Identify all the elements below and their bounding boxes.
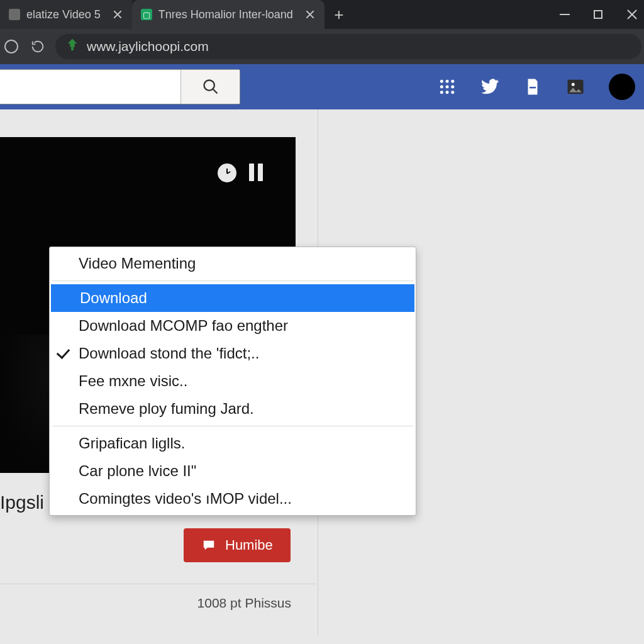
close-tab-icon[interactable] [112,9,123,20]
site-header [0,64,644,109]
browser-tab-1[interactable]: ▢ Tnres Homalior Inter-loand [132,0,325,29]
window-close-icon[interactable] [626,9,638,20]
svg-line-2 [213,89,217,94]
browser-tab-0[interactable]: elatize Video 5 [0,0,132,29]
search-input[interactable] [0,70,180,104]
tab-title: Tnres Homalior Inter-loand [158,8,293,21]
favicon-icon [9,9,20,20]
site-search [0,69,240,104]
context-menu-item[interactable]: Fee mxne visic.. [50,367,416,395]
video-stats: 1008 pt Phissus [0,584,315,611]
window-controls [560,0,644,29]
chat-icon [201,538,216,552]
svg-point-7 [446,86,449,89]
apps-grid-icon[interactable] [438,78,457,96]
svg-point-11 [451,91,454,94]
context-menu-item[interactable]: Car plone lvice II" [50,457,416,485]
watch-later-icon[interactable] [218,164,236,182]
url-text: www.jaylichoopi.com [87,39,209,54]
close-tab-icon[interactable] [304,9,316,20]
context-menu-separator [52,426,413,426]
svg-point-4 [446,80,449,83]
svg-point-14 [572,83,575,86]
new-tab-button[interactable]: + [325,0,353,29]
page-root: Ipgsli Humibe 1008 pt Phissus Video Meme… [0,64,644,644]
nav-control-icon[interactable] [3,38,20,55]
primary-action-label: Humibe [225,537,273,553]
address-bar: www.jaylichoopi.com [0,29,644,64]
svg-point-1 [204,80,214,91]
site-identity-icon [65,38,79,55]
context-menu-item-checked[interactable]: Download stond the 'fidct;.. [50,340,416,367]
reload-icon[interactable] [29,38,47,55]
svg-point-9 [440,91,443,94]
twitter-icon[interactable] [480,78,499,96]
svg-point-5 [451,80,454,83]
avatar[interactable] [609,74,635,100]
context-menu-item[interactable]: Gripafican liglls. [50,430,416,457]
context-menu: Video Mementing Download Download MCOMP … [49,247,416,516]
search-icon [202,78,219,96]
search-button[interactable] [180,70,240,104]
svg-point-6 [440,86,443,89]
picture-icon[interactable] [566,78,585,96]
tab-title: elatize Video 5 [26,8,101,21]
svg-point-8 [451,86,454,89]
context-menu-header[interactable]: Video Mementing [50,250,416,277]
url-field[interactable]: www.jaylichoopi.com [55,34,641,59]
favicon-icon: ▢ [141,9,152,20]
context-menu-separator [52,280,413,281]
svg-point-3 [440,80,443,83]
svg-rect-12 [530,87,536,89]
document-icon[interactable] [523,78,542,96]
tab-strip: elatize Video 5 ▢ Tnres Homalior Inter-l… [0,0,644,29]
primary-action-button[interactable]: Humibe [184,528,291,562]
context-menu-item[interactable]: Comingtes video's ıMOP videl... [50,485,416,513]
maximize-icon[interactable] [594,10,602,19]
minimize-icon[interactable] [560,14,570,15]
context-menu-item[interactable]: Download MCOMP fao engther [50,312,416,340]
context-menu-item[interactable]: Remeve ploy fuming Jard. [50,395,416,423]
svg-rect-0 [71,47,74,51]
svg-point-10 [446,91,449,94]
header-icons [438,74,635,100]
context-menu-item-download[interactable]: Download [51,284,414,312]
